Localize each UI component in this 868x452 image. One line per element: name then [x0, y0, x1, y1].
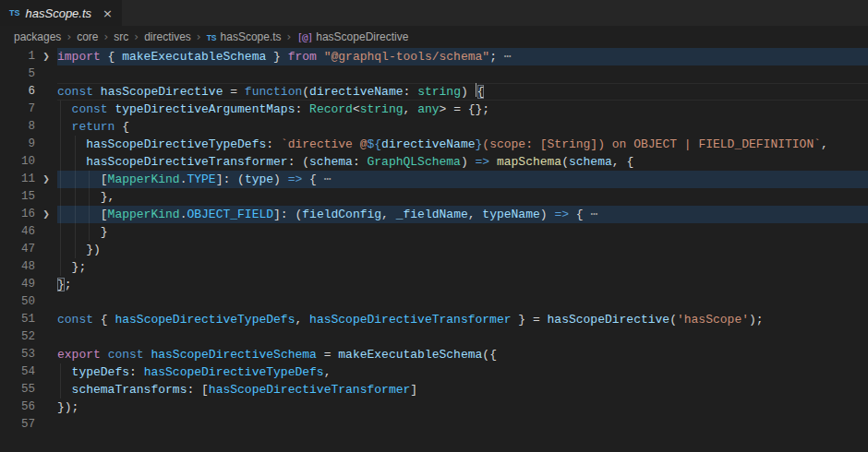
code-token: > = {};	[440, 102, 490, 116]
breadcrumb-item-packages[interactable]: packages	[14, 30, 61, 43]
line-number: 10	[0, 153, 35, 171]
text-cursor	[476, 83, 477, 97]
code-line[interactable]: 15 },	[0, 188, 868, 206]
code-token: function	[245, 85, 302, 99]
fold-chevron-icon[interactable]: ❯	[35, 48, 57, 65]
code-token: mapSchema	[497, 155, 561, 169]
breadcrumb-item-src[interactable]: src	[114, 30, 128, 43]
code-token: import	[57, 50, 101, 64]
folded-code-ellipsis[interactable]: ⋯	[504, 50, 512, 64]
code-token: typeDirectiveArgumentMaps	[115, 102, 295, 116]
code-text: });	[57, 398, 78, 416]
line-number: 50	[0, 293, 35, 311]
symbol-variable-icon: [@]	[296, 31, 312, 43]
code-token: } =	[512, 313, 548, 327]
code-token: fieldConfig	[302, 208, 381, 221]
close-icon[interactable]: ×	[102, 7, 113, 19]
code-token: },	[57, 190, 115, 204]
gutter-spacer	[35, 346, 57, 363]
code-text: [MapperKind.TYPE]: (type) => { ⋯	[57, 171, 332, 188]
code-token: hasScopeDirective	[548, 313, 670, 327]
tab-hasscope[interactable]: TS hasScope.ts ×	[0, 0, 122, 26]
breadcrumb-item-directives[interactable]: directives	[144, 30, 191, 43]
code-token: const	[57, 85, 93, 99]
code-line[interactable]: 11❯ [MapperKind.TYPE]: (type) => { ⋯	[0, 171, 868, 188]
code-line[interactable]: 47 })	[0, 241, 868, 258]
fold-chevron-icon[interactable]: ❯	[35, 171, 57, 188]
code-line[interactable]: 1❯import { makeExecutableSchema } from "…	[0, 48, 868, 65]
code-token: const	[108, 348, 144, 362]
code-token: {	[101, 50, 122, 64]
code-line[interactable]: 10 hasScopeDirectiveTransformer: (schema…	[0, 153, 868, 171]
code-line[interactable]: 55 schemaTransforms: [hasScopeDirectiveT…	[0, 381, 868, 398]
line-number: 7	[0, 101, 35, 118]
code-token: hasScopeDirectiveTransformer	[209, 383, 410, 397]
code-token: ,	[295, 313, 309, 327]
code-line[interactable]: 54 typeDefs: hasScopeDirectiveTypeDefs,	[0, 363, 868, 381]
code-line[interactable]: 50	[0, 293, 868, 311]
folded-code-ellipsis[interactable]: ⋯	[590, 208, 597, 221]
code-token: (	[561, 155, 569, 169]
code-token: export	[57, 348, 101, 362]
gutter-spacer	[35, 101, 57, 118]
gutter-spacer	[35, 136, 57, 153]
code-line[interactable]: 6const hasScopeDirective = function(dire…	[0, 83, 868, 101]
code-token: =	[223, 85, 244, 99]
code-token: OBJECT_FIELD	[187, 208, 273, 221]
line-number: 48	[0, 258, 35, 276]
code-token: "@graphql-tools/schema"	[324, 50, 489, 64]
fold-chevron-icon[interactable]: ❯	[35, 206, 57, 223]
line-number: 1	[0, 48, 35, 65]
code-line[interactable]: 53export const hasScopeDirectiveSchema =…	[0, 346, 868, 363]
code-token: schemaTransforms	[72, 383, 187, 397]
code-token: typeName	[482, 208, 539, 221]
code-line[interactable]: 8 return {	[0, 118, 868, 136]
code-token: ,	[821, 137, 828, 151]
breadcrumb-item-core[interactable]: core	[77, 30, 98, 43]
line-number: 49	[0, 276, 35, 293]
code-text: };	[57, 276, 72, 293]
ts-file-icon: TS	[207, 33, 217, 42]
code-token: }	[57, 278, 65, 291]
code-line[interactable]: 57	[0, 416, 868, 434]
code-token: directiveName	[309, 85, 403, 99]
code-token	[57, 137, 86, 151]
gutter-spacer	[35, 118, 57, 136]
code-token: [	[57, 208, 108, 221]
code-line[interactable]: 9 hasScopeDirectiveTypeDefs: `directive …	[0, 136, 868, 153]
code-token: });	[57, 400, 78, 414]
code-text: const { hasScopeDirectiveTypeDefs, hasSc…	[57, 311, 764, 328]
code-token: hasScopeDirective	[101, 85, 223, 99]
code-line[interactable]: 16❯ [MapperKind.OBJECT_FIELD]: (fieldCon…	[0, 206, 868, 223]
code-token: ,	[468, 208, 483, 221]
code-line[interactable]: 48 };	[0, 258, 868, 276]
code-line[interactable]: 46 }	[0, 223, 868, 241]
breadcrumb-item-file[interactable]: TShasScope.ts	[207, 30, 282, 43]
code-token: <	[353, 102, 360, 116]
code-line[interactable]: 51const { hasScopeDirectiveTypeDefs, has…	[0, 311, 868, 328]
code-editor[interactable]: 1❯import { makeExecutableSchema } from "…	[0, 48, 868, 452]
code-line[interactable]: 7 const typeDirectiveArgumentMaps: Recor…	[0, 101, 868, 118]
code-line[interactable]: 52	[0, 328, 868, 346]
code-token: hasScopeDirectiveTypeDefs	[144, 365, 324, 379]
code-text: export const hasScopeDirectiveSchema = m…	[57, 346, 497, 363]
line-number: 54	[0, 363, 35, 381]
code-token: ]	[410, 383, 417, 397]
code-token: ${	[368, 137, 382, 151]
code-token: GraphQLSchema	[367, 155, 460, 169]
code-token: TYPE	[187, 172, 215, 186]
breadcrumb-item-symbol[interactable]: [@]hasScopeDirective	[296, 30, 408, 43]
code-line[interactable]: 5	[0, 65, 868, 83]
code-text: return {	[57, 118, 129, 136]
code-text: }	[57, 223, 108, 241]
code-token: MapperKind	[108, 172, 180, 186]
gutter-spacer	[35, 188, 57, 206]
code-line[interactable]: 49};	[0, 276, 868, 293]
ts-file-icon: TS	[9, 8, 20, 18]
code-line[interactable]: 56});	[0, 398, 868, 416]
line-number: 8	[0, 118, 35, 136]
gutter-spacer	[35, 381, 57, 398]
code-token: const	[57, 313, 93, 327]
code-token: string	[360, 102, 404, 116]
folded-code-ellipsis[interactable]: ⋯	[324, 172, 332, 186]
